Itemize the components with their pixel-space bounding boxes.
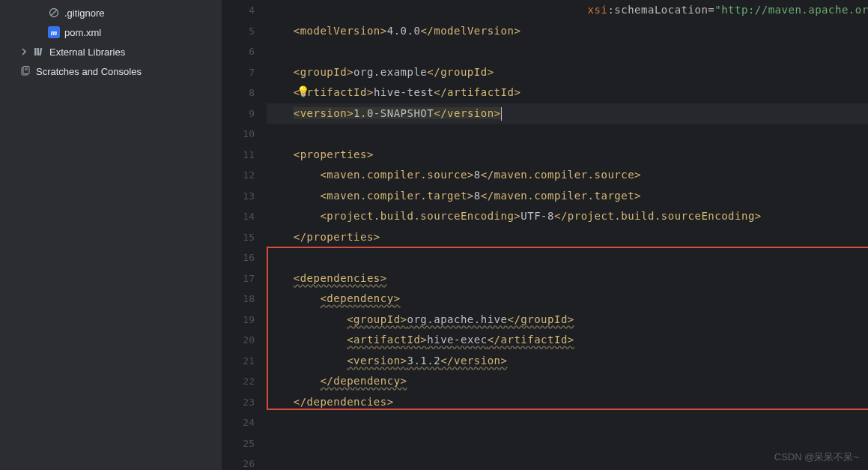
- line-number: 5: [222, 21, 255, 42]
- line-number: 19: [222, 310, 255, 331]
- code-line[interactable]: [267, 41, 868, 62]
- code-line[interactable]: [267, 124, 868, 145]
- code-line[interactable]: <version>1.0-SNAPSHOT</version>: [267, 103, 868, 124]
- code-line[interactable]: <artifactId>hive-test</artifactId>: [267, 82, 868, 103]
- line-number: 14: [222, 206, 255, 227]
- tree-item-pom-xml[interactable]: mpom.xml: [0, 22, 222, 42]
- chevron-right-icon[interactable]: [19, 47, 28, 56]
- code-line[interactable]: <groupId>org.apache.hive</groupId>: [267, 310, 868, 331]
- tree-item-label: Scratches and Consoles: [36, 66, 142, 77]
- code-line[interactable]: <version>3.1.2</version>: [267, 351, 868, 372]
- maven-file-icon: m: [48, 26, 60, 38]
- line-number: 23: [222, 392, 255, 413]
- tree-item--gitignore[interactable]: .gitignore: [0, 3, 222, 22]
- tree-item-label: pom.xml: [64, 27, 101, 38]
- code-editor[interactable]: 4567891011121314151617181920212223242526…: [222, 0, 868, 470]
- line-number: 22: [222, 371, 255, 392]
- code-line[interactable]: </dependencies>: [267, 392, 868, 413]
- line-number: 4: [222, 0, 255, 21]
- line-number: 15: [222, 227, 255, 248]
- tree-item-external-libraries[interactable]: External Libraries: [0, 42, 222, 61]
- line-number: 26: [222, 454, 255, 470]
- project-sidebar[interactable]: .gitignorempom.xmlExternal LibrariesScra…: [0, 0, 222, 470]
- code-line[interactable]: <dependency>: [267, 289, 868, 310]
- code-line[interactable]: <groupId>org.example</groupId>: [267, 62, 868, 83]
- code-line[interactable]: <maven.compiler.target>8</maven.compiler…: [267, 186, 868, 207]
- code-line[interactable]: </dependency>: [267, 371, 868, 392]
- line-number: 9: [222, 103, 255, 124]
- line-number: 11: [222, 145, 255, 166]
- line-number: 12: [222, 165, 255, 186]
- line-number: 7: [222, 62, 255, 83]
- svg-rect-3: [37, 48, 40, 55]
- code-line[interactable]: <properties>: [267, 145, 868, 166]
- line-number: 6: [222, 41, 255, 62]
- line-number: 13: [222, 186, 255, 207]
- line-number: 24: [222, 412, 255, 433]
- code-line[interactable]: <maven.compiler.source>8</maven.compiler…: [267, 165, 868, 186]
- code-line[interactable]: <project.build.sourceEncoding>UTF-8</pro…: [267, 206, 868, 227]
- code-line[interactable]: [267, 412, 868, 433]
- svg-rect-2: [34, 48, 37, 55]
- code-line[interactable]: <modelVersion>4.0.0</modelVersion>: [267, 21, 868, 42]
- code-line[interactable]: <dependencies>: [267, 268, 868, 289]
- code-line[interactable]: </properties>: [267, 227, 868, 248]
- code-line[interactable]: [267, 247, 868, 268]
- tree-item-label: .gitignore: [64, 7, 104, 19]
- svg-rect-4: [39, 48, 42, 55]
- line-number: 16: [222, 247, 255, 268]
- gitignore-file-icon: [48, 7, 60, 19]
- code-line[interactable]: <artifactId>hive-exec</artifactId>: [267, 330, 868, 351]
- line-number: 18: [222, 289, 255, 310]
- line-number: 20: [222, 330, 255, 351]
- svg-line-1: [51, 10, 57, 16]
- line-number: 21: [222, 351, 255, 372]
- line-number: 10: [222, 124, 255, 145]
- line-number: 17: [222, 268, 255, 289]
- code-line[interactable]: xsi:schemaLocation="http://maven.apache.…: [267, 0, 868, 21]
- code-content[interactable]: xsi:schemaLocation="http://maven.apache.…: [267, 0, 868, 470]
- tree-item-label: External Libraries: [49, 46, 125, 58]
- line-number-gutter: 4567891011121314151617181920212223242526: [222, 0, 267, 470]
- line-number: 25: [222, 433, 255, 454]
- watermark-text: CSDN @呆呆不呆~: [774, 451, 859, 464]
- scratches-icon: [19, 65, 31, 77]
- library-icon: [33, 46, 45, 58]
- line-number: 8: [222, 82, 255, 103]
- tree-item-scratches-and-consoles[interactable]: Scratches and Consoles: [0, 61, 222, 81]
